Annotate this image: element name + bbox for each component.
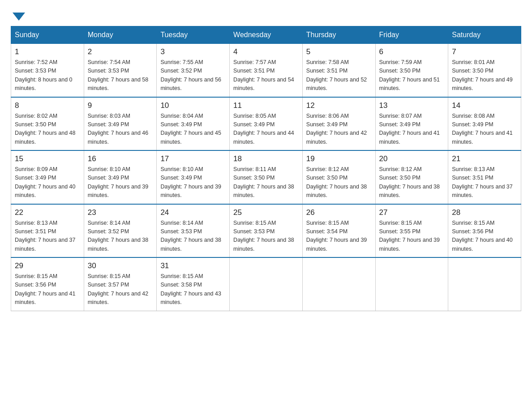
day-info: Sunrise: 8:13 AMSunset: 3:51 PMDaylight:… (452, 165, 517, 200)
day-number: 8 (15, 101, 80, 110)
header-cell-wednesday: Wednesday (230, 26, 303, 44)
calendar-table: SundayMondayTuesdayWednesdayThursdayFrid… (11, 26, 521, 311)
header-cell-thursday: Thursday (302, 26, 375, 44)
calendar-week-row: 8Sunrise: 8:02 AMSunset: 3:50 PMDaylight… (11, 97, 521, 151)
calendar-day-cell (448, 257, 521, 311)
day-info: Sunrise: 8:15 AMSunset: 3:55 PMDaylight:… (379, 219, 445, 254)
day-number: 21 (452, 154, 517, 163)
calendar-day-cell: 21Sunrise: 8:13 AMSunset: 3:51 PMDayligh… (448, 150, 521, 204)
page-header (11, 11, 521, 17)
calendar-day-cell: 9Sunrise: 8:03 AMSunset: 3:49 PMDaylight… (84, 97, 157, 151)
day-info: Sunrise: 7:55 AMSunset: 3:52 PMDaylight:… (160, 58, 226, 93)
day-info: Sunrise: 8:14 AMSunset: 3:53 PMDaylight:… (160, 219, 226, 254)
day-info: Sunrise: 8:02 AMSunset: 3:50 PMDaylight:… (15, 112, 80, 147)
day-number: 18 (233, 154, 299, 163)
day-number: 13 (379, 101, 445, 110)
day-info: Sunrise: 7:54 AMSunset: 3:53 PMDaylight:… (88, 58, 153, 93)
logo (11, 11, 25, 17)
day-info: Sunrise: 8:15 AMSunset: 3:58 PMDaylight:… (160, 272, 226, 307)
day-info: Sunrise: 8:07 AMSunset: 3:49 PMDaylight:… (379, 112, 445, 147)
header-cell-tuesday: Tuesday (157, 26, 230, 44)
day-info: Sunrise: 8:15 AMSunset: 3:56 PMDaylight:… (15, 272, 80, 307)
day-info: Sunrise: 8:15 AMSunset: 3:54 PMDaylight:… (306, 219, 372, 254)
day-info: Sunrise: 8:10 AMSunset: 3:49 PMDaylight:… (160, 165, 226, 200)
calendar-day-cell: 5Sunrise: 7:58 AMSunset: 3:51 PMDaylight… (302, 44, 375, 97)
logo-arrow-icon (13, 13, 25, 21)
calendar-day-cell: 15Sunrise: 8:09 AMSunset: 3:49 PMDayligh… (11, 150, 84, 204)
day-number: 24 (160, 208, 226, 217)
day-number: 25 (233, 208, 299, 217)
day-number: 27 (379, 208, 445, 217)
day-number: 19 (306, 154, 372, 163)
day-info: Sunrise: 8:15 AMSunset: 3:56 PMDaylight:… (452, 219, 517, 254)
day-number: 31 (160, 261, 226, 270)
day-info: Sunrise: 7:59 AMSunset: 3:50 PMDaylight:… (379, 58, 445, 93)
calendar-header: SundayMondayTuesdayWednesdayThursdayFrid… (11, 26, 521, 44)
calendar-day-cell: 1Sunrise: 7:52 AMSunset: 3:53 PMDaylight… (11, 44, 84, 97)
calendar-day-cell: 17Sunrise: 8:10 AMSunset: 3:49 PMDayligh… (157, 150, 230, 204)
day-number: 17 (160, 154, 226, 163)
day-number: 22 (15, 208, 80, 217)
day-number: 4 (233, 47, 299, 56)
calendar-day-cell: 19Sunrise: 8:12 AMSunset: 3:50 PMDayligh… (302, 150, 375, 204)
calendar-day-cell: 2Sunrise: 7:54 AMSunset: 3:53 PMDaylight… (84, 44, 157, 97)
calendar-day-cell: 29Sunrise: 8:15 AMSunset: 3:56 PMDayligh… (11, 257, 84, 311)
day-number: 23 (88, 208, 153, 217)
day-number: 14 (452, 101, 517, 110)
day-number: 11 (233, 101, 299, 110)
calendar-day-cell: 11Sunrise: 8:05 AMSunset: 3:49 PMDayligh… (230, 97, 303, 151)
calendar-day-cell: 28Sunrise: 8:15 AMSunset: 3:56 PMDayligh… (448, 204, 521, 258)
day-info: Sunrise: 7:52 AMSunset: 3:53 PMDaylight:… (15, 58, 80, 93)
day-number: 10 (160, 101, 226, 110)
day-number: 16 (88, 154, 153, 163)
day-number: 9 (88, 101, 153, 110)
calendar-day-cell: 18Sunrise: 8:11 AMSunset: 3:50 PMDayligh… (230, 150, 303, 204)
logo-general (11, 11, 25, 19)
day-info: Sunrise: 8:14 AMSunset: 3:52 PMDaylight:… (88, 219, 153, 254)
calendar-day-cell (230, 257, 303, 311)
day-info: Sunrise: 8:01 AMSunset: 3:50 PMDaylight:… (452, 58, 517, 93)
day-info: Sunrise: 8:11 AMSunset: 3:50 PMDaylight:… (233, 165, 299, 200)
header-cell-monday: Monday (84, 26, 157, 44)
day-info: Sunrise: 7:57 AMSunset: 3:51 PMDaylight:… (233, 58, 299, 93)
day-number: 1 (15, 47, 80, 56)
day-info: Sunrise: 7:58 AMSunset: 3:51 PMDaylight:… (306, 58, 372, 93)
calendar-day-cell: 20Sunrise: 8:12 AMSunset: 3:50 PMDayligh… (375, 150, 448, 204)
day-number: 29 (15, 261, 80, 270)
day-number: 2 (88, 47, 153, 56)
day-info: Sunrise: 8:03 AMSunset: 3:49 PMDaylight:… (88, 112, 153, 147)
calendar-day-cell: 25Sunrise: 8:15 AMSunset: 3:53 PMDayligh… (230, 204, 303, 258)
day-info: Sunrise: 8:12 AMSunset: 3:50 PMDaylight:… (306, 165, 372, 200)
day-info: Sunrise: 8:04 AMSunset: 3:49 PMDaylight:… (160, 112, 226, 147)
calendar-day-cell: 10Sunrise: 8:04 AMSunset: 3:49 PMDayligh… (157, 97, 230, 151)
day-info: Sunrise: 8:12 AMSunset: 3:50 PMDaylight:… (379, 165, 445, 200)
calendar-day-cell: 24Sunrise: 8:14 AMSunset: 3:53 PMDayligh… (157, 204, 230, 258)
calendar-day-cell (302, 257, 375, 311)
calendar-day-cell: 27Sunrise: 8:15 AMSunset: 3:55 PMDayligh… (375, 204, 448, 258)
calendar-day-cell (375, 257, 448, 311)
day-number: 26 (306, 208, 372, 217)
day-info: Sunrise: 8:06 AMSunset: 3:49 PMDaylight:… (306, 112, 372, 147)
calendar-day-cell: 26Sunrise: 8:15 AMSunset: 3:54 PMDayligh… (302, 204, 375, 258)
header-cell-friday: Friday (375, 26, 448, 44)
day-info: Sunrise: 8:15 AMSunset: 3:57 PMDaylight:… (88, 272, 153, 307)
calendar-day-cell: 16Sunrise: 8:10 AMSunset: 3:49 PMDayligh… (84, 150, 157, 204)
day-info: Sunrise: 8:09 AMSunset: 3:49 PMDaylight:… (15, 165, 80, 200)
calendar-week-row: 15Sunrise: 8:09 AMSunset: 3:49 PMDayligh… (11, 150, 521, 204)
header-cell-sunday: Sunday (11, 26, 84, 44)
calendar-week-row: 29Sunrise: 8:15 AMSunset: 3:56 PMDayligh… (11, 257, 521, 311)
day-info: Sunrise: 8:10 AMSunset: 3:49 PMDaylight:… (88, 165, 153, 200)
day-info: Sunrise: 8:13 AMSunset: 3:51 PMDaylight:… (15, 219, 80, 254)
calendar-day-cell: 6Sunrise: 7:59 AMSunset: 3:50 PMDaylight… (375, 44, 448, 97)
day-number: 12 (306, 101, 372, 110)
day-number: 6 (379, 47, 445, 56)
calendar-day-cell: 4Sunrise: 7:57 AMSunset: 3:51 PMDaylight… (230, 44, 303, 97)
calendar-day-cell: 13Sunrise: 8:07 AMSunset: 3:49 PMDayligh… (375, 97, 448, 151)
calendar-week-row: 22Sunrise: 8:13 AMSunset: 3:51 PMDayligh… (11, 204, 521, 258)
calendar-day-cell: 3Sunrise: 7:55 AMSunset: 3:52 PMDaylight… (157, 44, 230, 97)
calendar-day-cell: 23Sunrise: 8:14 AMSunset: 3:52 PMDayligh… (84, 204, 157, 258)
day-info: Sunrise: 8:05 AMSunset: 3:49 PMDaylight:… (233, 112, 299, 147)
calendar-day-cell: 8Sunrise: 8:02 AMSunset: 3:50 PMDaylight… (11, 97, 84, 151)
calendar-body: 1Sunrise: 7:52 AMSunset: 3:53 PMDaylight… (11, 44, 521, 311)
day-number: 7 (452, 47, 517, 56)
